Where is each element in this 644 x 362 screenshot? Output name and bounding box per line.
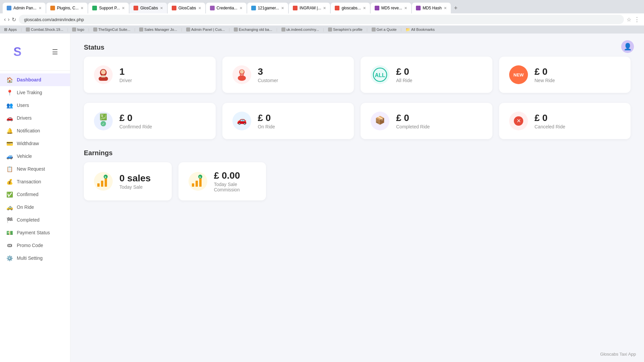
svg-text:✓: ✓ — [102, 122, 105, 126]
card-label-1: Customer — [258, 78, 278, 83]
sidebar-item-vehicle[interactable]: 🚙 Vehicle — [0, 150, 70, 163]
browser-tab-6[interactable]: 121gamer... ✕ — [247, 3, 288, 13]
svg-text:✕: ✕ — [516, 118, 521, 124]
browser-chrome: Admin Pan... ✕ Plugins, C... ✕ Support P… — [0, 0, 644, 34]
earnings-card-icon-0: $ — [93, 171, 113, 191]
bookmark-4[interactable]: Sales Manager Jo... — [139, 27, 177, 32]
nav-icon-2: 👥 — [7, 102, 13, 108]
status-card-0: 1 Driver — [84, 57, 216, 93]
nav-icon-7: 📋 — [7, 166, 13, 172]
bookmark-8[interactable]: Seraphim's profile — [328, 27, 363, 32]
nav-icon-9: ✅ — [7, 191, 13, 197]
browser-tab-3[interactable]: GlosCabs ✕ — [129, 3, 167, 13]
svg-text:📦: 📦 — [375, 115, 385, 125]
ride-card-2: 📦 £ 0 Completed Ride — [361, 103, 492, 139]
forward-button[interactable]: › — [8, 16, 9, 22]
bookmark-star[interactable]: ☆ — [627, 16, 631, 23]
sidebar-item-on-ride[interactable]: 🚕 On Ride — [0, 201, 70, 214]
ride-cards-grid: 💹 ✓ £ 0 Confirmed Ride 🚗 £ 0 On Ride 📦 £… — [84, 103, 631, 139]
sidebar-item-users[interactable]: 👥 Users — [0, 99, 70, 112]
sidebar-item-confirmed[interactable]: ✅ Confirmed — [0, 188, 70, 201]
browser-tab-5[interactable]: Credentia... ✕ — [206, 3, 247, 13]
sidebar-item-payment-status[interactable]: 💵 Payment Status — [0, 226, 70, 239]
card-label-3: New Ride — [535, 78, 555, 83]
earnings-card-label-0: Today Sale — [119, 184, 151, 190]
nav-icon-12: 💵 — [7, 230, 13, 236]
card-info-3: £ 0 New Ride — [535, 66, 555, 83]
new-tab-button[interactable]: + — [451, 3, 461, 13]
sidebar-item-new-request[interactable]: 📋 New Request — [0, 163, 70, 175]
svg-rect-34 — [199, 178, 202, 187]
svg-point-8 — [240, 70, 244, 74]
sidebar-item-completed[interactable]: 🏁 Completed — [0, 214, 70, 226]
nav-icon-3: 🚗 — [7, 115, 13, 121]
svg-point-7 — [238, 75, 246, 81]
nav-label-12: Payment Status — [17, 230, 50, 235]
bookmark-2[interactable]: logo — [72, 27, 84, 32]
ride-card-label-0: Confirmed Ride — [119, 124, 152, 129]
sidebar-item-promo-code[interactable]: 🎟 Promo Code — [0, 239, 70, 252]
user-profile-icon[interactable]: ⋮ — [634, 16, 640, 23]
sidebar-item-live-traking[interactable]: 📍 Live Traking — [0, 86, 70, 99]
refresh-button[interactable]: ↻ — [12, 16, 16, 23]
bookmark-0[interactable]: ⊞ Apps — [4, 27, 17, 32]
ride-card-value-0: £ 0 — [119, 113, 152, 123]
browser-tab-4[interactable]: GlosCabs ✕ — [168, 3, 205, 13]
browser-tab-1[interactable]: Plugins, C... ✕ — [46, 3, 88, 13]
hamburger-menu[interactable]: ☰ — [47, 45, 63, 59]
sidebar-item-drivers[interactable]: 🚗 Drivers — [0, 112, 70, 124]
user-avatar[interactable]: 👤 — [621, 40, 634, 53]
svg-text:💹: 💹 — [100, 113, 107, 121]
svg-rect-28 — [105, 178, 107, 187]
svg-text:$: $ — [105, 176, 106, 179]
sidebar-logo: S — [7, 39, 28, 65]
card-value-2: £ 0 — [396, 66, 412, 77]
browser-tab-9[interactable]: MD5 reve... ✕ — [371, 3, 411, 13]
nav-label-9: Confirmed — [17, 192, 39, 197]
card-label-0: Driver — [119, 78, 132, 83]
browser-tab-8[interactable]: gloscabs... ✕ — [331, 3, 370, 13]
svg-rect-26 — [97, 183, 100, 187]
sidebar-item-transaction[interactable]: 💰 Transaction — [0, 175, 70, 188]
svg-rect-33 — [196, 181, 198, 187]
bookmark-6[interactable]: Exchanging old ba... — [234, 27, 272, 32]
card-icon-3: NEW — [508, 65, 529, 85]
card-info-1: 3 Customer — [258, 66, 278, 83]
earnings-card-icon-1: $ — [188, 171, 208, 191]
card-icon-1 — [232, 65, 252, 85]
bookmark-3[interactable]: TheSignCut Suite... — [93, 27, 130, 32]
address-input[interactable]: gloscabs.com/admin/index.php — [19, 15, 624, 24]
card-info-0: 1 Driver — [119, 66, 132, 83]
nav-label-11: Completed — [17, 217, 40, 223]
bookmark-9[interactable]: Get a Quote — [372, 27, 397, 32]
card-value-0: 1 — [119, 66, 132, 77]
bookmark-7[interactable]: uk.indeed.com/my... — [281, 27, 319, 32]
ride-card-value-2: £ 0 — [396, 113, 430, 123]
svg-text:🚗: 🚗 — [237, 115, 247, 125]
ride-card-icon-2: 📦 — [370, 111, 390, 131]
earnings-card-info-1: £ 0.00 Today Sale Commission — [214, 170, 257, 192]
nav-label-8: Transaction — [17, 179, 41, 184]
sidebar-item-notification[interactable]: 🔔 Notification — [0, 124, 70, 137]
nav-label-0: Dashboard — [17, 77, 41, 82]
svg-text:NEW: NEW — [513, 72, 524, 77]
sidebar-item-multi-setting[interactable]: ⚙️ Multi Setting — [0, 252, 70, 264]
bookmark-5[interactable]: Admin Panel | Cus... — [186, 27, 225, 32]
main-content: 👤 Status 1 Driver 3 Customer ALL £ 0 All — [70, 34, 644, 362]
back-button[interactable]: ‹ — [4, 16, 6, 22]
nav-label-7: New Request — [17, 166, 45, 172]
bookmarks-bar: ⊞ Apps| Combat.Shock.19...| logo| TheSig… — [0, 25, 644, 34]
browser-tab-10[interactable]: MD5 Hash ✕ — [412, 3, 451, 13]
browser-tab-2[interactable]: Support P... ✕ — [88, 3, 129, 13]
sidebar-item-widthdraw[interactable]: 💳 Widthdraw — [0, 137, 70, 150]
ride-card-value-3: £ 0 — [535, 113, 566, 123]
bookmark-10[interactable]: 📁 All Bookmarks — [406, 27, 435, 32]
card-icon-0 — [93, 65, 113, 85]
browser-tab-7[interactable]: INGRAM |... ✕ — [289, 3, 330, 13]
earnings-cards-grid: $ 0 sales Today Sale $ £ 0.00 Today Sale… — [84, 162, 631, 200]
browser-tab-0[interactable]: Admin Pan... ✕ — [3, 3, 46, 13]
bookmark-1[interactable]: Combat.Shock.19... — [26, 27, 63, 32]
card-label-2: All Ride — [396, 78, 412, 83]
sidebar-item-dashboard[interactable]: 🏠 Dashboard — [0, 73, 70, 86]
earnings-card-1: $ £ 0.00 Today Sale Commission — [178, 162, 266, 200]
